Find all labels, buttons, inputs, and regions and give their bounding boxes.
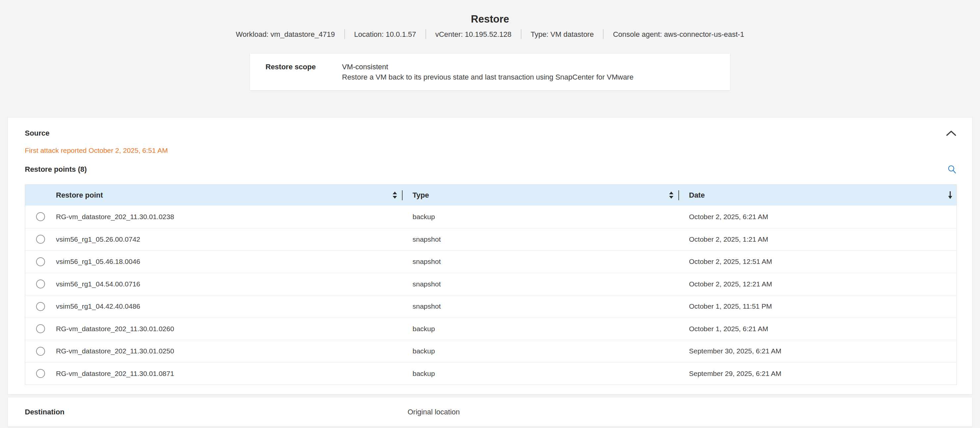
destination-value: Original location bbox=[407, 408, 460, 417]
restore-scope-label: Restore scope bbox=[266, 62, 342, 81]
workload-meta-row: Workload: vm_datastore_4719 Location: 10… bbox=[0, 29, 980, 39]
sort-both-icon[interactable] bbox=[669, 192, 674, 199]
column-header-restore-point[interactable]: Restore point bbox=[56, 185, 402, 206]
restore-point-radio[interactable] bbox=[36, 324, 45, 333]
restore-point-radio[interactable] bbox=[36, 279, 45, 288]
restore-point-name-cell: RG-vm_datastore_202_11.30.01.0260 bbox=[56, 325, 402, 333]
date-cell: October 2, 2025, 12:21 AM bbox=[679, 280, 956, 288]
chevron-up-icon[interactable] bbox=[945, 129, 957, 137]
table-row[interactable]: RG-vm_datastore_202_11.30.01.0250 backup… bbox=[25, 340, 956, 363]
restore-point-radio[interactable] bbox=[36, 302, 45, 311]
table-row[interactable]: vsim56_rg1_04.42.40.0486 snapshot Octobe… bbox=[25, 295, 956, 318]
restore-point-name-cell: vsim56_rg1_04.42.40.0486 bbox=[56, 302, 402, 310]
meta-workload: Workload: vm_datastore_4719 bbox=[236, 30, 335, 39]
date-cell: September 30, 2025, 6:21 AM bbox=[679, 347, 956, 355]
meta-location: Location: 10.0.1.57 bbox=[354, 30, 416, 39]
date-cell: October 2, 2025, 6:21 AM bbox=[679, 213, 956, 221]
restore-points-table: Restore point Type bbox=[25, 184, 957, 385]
date-cell: September 29, 2025, 6:21 AM bbox=[679, 370, 956, 378]
date-cell: October 2, 2025, 12:51 AM bbox=[679, 257, 956, 265]
table-row[interactable]: vsim56_rg1_05.26.00.0742 snapshot Octobe… bbox=[25, 228, 956, 251]
meta-console-agent: Console agent: aws-connector-us-east-1 bbox=[613, 30, 744, 39]
date-cell: October 1, 2025, 6:21 AM bbox=[679, 325, 956, 333]
restore-point-name-cell: RG-vm_datastore_202_11.30.01.0250 bbox=[56, 347, 402, 355]
column-header-type[interactable]: Type bbox=[402, 185, 679, 206]
page-header: Restore Workload: vm_datastore_4719 Loca… bbox=[0, 0, 980, 39]
meta-separator bbox=[344, 29, 345, 39]
source-section-title: Source bbox=[25, 129, 50, 137]
table-header-row: Restore point Type bbox=[25, 185, 956, 206]
type-cell: snapshot bbox=[402, 257, 679, 265]
restore-point-radio[interactable] bbox=[36, 347, 45, 356]
restore-scope-description: Restore a VM back to its previous state … bbox=[342, 73, 633, 81]
restore-point-radio[interactable] bbox=[36, 369, 45, 378]
restore-scope-content: VM-consistent Restore a VM back to its p… bbox=[342, 62, 633, 81]
date-cell: October 2, 2025, 1:21 AM bbox=[679, 235, 956, 243]
restore-scope-value: VM-consistent bbox=[342, 62, 633, 71]
restore-points-count-label: Restore points (8) bbox=[25, 165, 87, 174]
restore-point-radio[interactable] bbox=[36, 212, 45, 221]
type-cell: backup bbox=[402, 213, 679, 221]
arrow-down-icon[interactable] bbox=[947, 191, 953, 200]
restore-point-radio[interactable] bbox=[36, 235, 45, 244]
search-icon[interactable] bbox=[947, 164, 957, 174]
restore-scope-card: Restore scope VM-consistent Restore a VM… bbox=[250, 54, 730, 90]
type-cell: snapshot bbox=[402, 302, 679, 310]
column-header-date[interactable]: Date bbox=[679, 185, 956, 206]
restore-point-name-cell: RG-vm_datastore_202_11.30.01.0871 bbox=[56, 370, 402, 378]
restore-point-name-cell: vsim56_rg1_05.26.00.0742 bbox=[56, 235, 402, 243]
type-cell: snapshot bbox=[402, 235, 679, 243]
restore-point-radio[interactable] bbox=[36, 257, 45, 266]
restore-point-name-cell: RG-vm_datastore_202_11.30.01.0238 bbox=[56, 213, 402, 221]
source-panel: Source First attack reported October 2, … bbox=[8, 118, 972, 394]
type-cell: snapshot bbox=[402, 280, 679, 288]
meta-type: Type: VM datastore bbox=[531, 30, 594, 39]
type-cell: backup bbox=[402, 370, 679, 378]
first-attack-alert: First attack reported October 2, 2025, 6… bbox=[25, 146, 957, 155]
table-row[interactable]: RG-vm_datastore_202_11.30.01.0238 backup… bbox=[25, 206, 956, 228]
type-cell: backup bbox=[402, 325, 679, 333]
table-row[interactable]: vsim56_rg1_04.54.00.0716 snapshot Octobe… bbox=[25, 273, 956, 295]
restore-point-name-cell: vsim56_rg1_04.54.00.0716 bbox=[56, 280, 402, 288]
sort-both-icon[interactable] bbox=[392, 192, 397, 199]
type-cell: backup bbox=[402, 347, 679, 355]
table-row[interactable]: vsim56_rg1_05.46.18.0046 snapshot Octobe… bbox=[25, 250, 956, 273]
table-row[interactable]: RG-vm_datastore_202_11.30.01.0260 backup… bbox=[25, 318, 956, 340]
meta-separator bbox=[425, 29, 426, 39]
date-cell: October 1, 2025, 11:51 PM bbox=[679, 302, 956, 310]
destination-panel: Destination Original location bbox=[8, 398, 972, 426]
destination-label: Destination bbox=[25, 408, 407, 417]
restore-point-name-cell: vsim56_rg1_05.46.18.0046 bbox=[56, 257, 402, 265]
page-title: Restore bbox=[0, 13, 980, 25]
meta-vcenter: vCenter: 10.195.52.128 bbox=[435, 30, 512, 39]
meta-separator bbox=[521, 29, 522, 39]
meta-separator bbox=[603, 29, 604, 39]
radio-column-header bbox=[25, 185, 56, 206]
table-row[interactable]: RG-vm_datastore_202_11.30.01.0871 backup… bbox=[25, 363, 956, 385]
